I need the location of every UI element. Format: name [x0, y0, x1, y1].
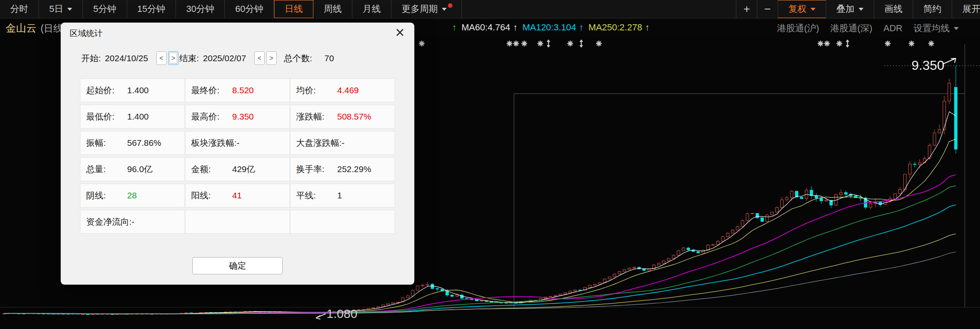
low-price-label: 1.080	[327, 307, 357, 320]
updown-marker-icon[interactable]	[547, 40, 550, 47]
event-marker-icon[interactable]	[419, 41, 425, 46]
toolbar-item-time-sharing[interactable]: 分时	[0, 0, 39, 18]
toolbar-item-zoom-in[interactable]: +	[736, 0, 757, 18]
ma-value: MA60:4.764↑	[461, 22, 518, 33]
toolbar-item-zoom-out[interactable]: −	[757, 0, 778, 18]
toolbar-item-period-monthly[interactable]: 月线	[352, 0, 391, 18]
event-marker-icon[interactable]	[885, 41, 891, 46]
stat-value: 1.400	[127, 112, 149, 121]
table-row: 最低价:1.400最高价:9.350涨跌幅:508.57%	[80, 105, 395, 129]
close-icon[interactable]: ×	[392, 23, 408, 42]
stat-cell	[290, 210, 395, 234]
event-marker-icon[interactable]	[928, 41, 934, 46]
period-toolbar-right: +−复权叠加画线简约展开	[736, 0, 980, 18]
stat-cell: 资金净流向:-	[80, 210, 185, 234]
toolbar-item-period-daily[interactable]: 日线	[274, 0, 313, 18]
caret-down-icon	[954, 27, 959, 30]
caret-down-icon	[859, 8, 863, 11]
stat-label: 最终价:	[191, 85, 232, 96]
event-marker-icon[interactable]	[507, 41, 512, 46]
toolbar-item-label: 复权	[788, 3, 806, 15]
stat-value: -	[342, 138, 345, 147]
toolbar-item-more-periods[interactable]: 更多周期	[391, 0, 462, 18]
stat-label: 总量:	[86, 163, 127, 175]
stat-cell: 起始价:1.400	[80, 78, 185, 102]
event-marker-icon[interactable]	[513, 41, 519, 46]
toolbar-item-period-weekly[interactable]: 周线	[313, 0, 352, 18]
header-link-label: 港股通(深)	[830, 22, 873, 35]
header-link-label: 设置均线	[914, 22, 950, 35]
toolbar-item-adjust-price[interactable]: 复权	[778, 0, 826, 18]
toolbar-item-label: 5日	[49, 3, 63, 15]
stat-label: 大盘涨跌幅:	[296, 137, 342, 149]
stat-cell: 最低价:1.400	[80, 105, 185, 129]
toolbar-item-expand[interactable]: 展开	[952, 0, 980, 18]
stat-label: 阳线:	[191, 190, 232, 201]
toolbar-item-period-15min[interactable]: 15分钟	[127, 0, 176, 18]
header-link-hk-connect-sh[interactable]: 港股通(沪)	[777, 22, 819, 35]
stat-value: -	[237, 138, 240, 147]
toolbar-item-period-30min[interactable]: 30分钟	[176, 0, 225, 18]
ma-up-arrow-icon: ↑	[452, 22, 457, 33]
region-selection-box	[514, 94, 965, 307]
event-marker-icon[interactable]	[537, 41, 543, 46]
header-link-adr[interactable]: ADR	[884, 23, 902, 34]
stat-cell	[185, 210, 290, 234]
stat-label: 金额:	[191, 163, 232, 175]
updown-marker-icon[interactable]	[846, 40, 849, 47]
updown-marker-icon[interactable]	[580, 40, 583, 47]
toolbar-item-overlay[interactable]: 叠加	[826, 0, 874, 18]
ma-up-arrow-icon: ↑	[513, 22, 518, 33]
end-next-button[interactable]: >	[266, 51, 276, 65]
toolbar-item-period-5min[interactable]: 5分钟	[83, 0, 127, 18]
event-marker-icon[interactable]	[596, 41, 602, 46]
stat-cell: 大盘涨跌幅:-	[290, 131, 395, 155]
toolbar-item-draw-line[interactable]: 画线	[874, 0, 913, 18]
stock-name: 金山云	[6, 22, 37, 34]
stat-value: 4.469	[337, 85, 359, 95]
start-next-button[interactable]: >	[168, 51, 178, 65]
start-prev-button[interactable]: <	[156, 51, 167, 65]
toolbar-item-label: 60分钟	[235, 3, 263, 15]
table-row: 起始价:1.400最终价:8.520均价:4.469	[80, 78, 395, 102]
ma-values: ↑MA60:4.764↑MA120:3.104↑MA250:2.278↑	[452, 22, 649, 33]
stat-cell: 均价:4.469	[290, 78, 395, 102]
stat-cell: 阳线:41	[185, 184, 290, 207]
toolbar-item-label: 5分钟	[93, 3, 116, 15]
event-marker-icon[interactable]	[824, 41, 830, 46]
event-marker-icon[interactable]	[818, 41, 823, 46]
toolbar-item-period-5day[interactable]: 5日	[39, 0, 83, 18]
header-link-hk-connect-sz[interactable]: 港股通(深)	[830, 22, 873, 35]
count-value: 70	[324, 53, 334, 63]
period-toolbar: 分时5日5分钟15分钟30分钟60分钟日线周线月线更多周期 +−复权叠加画线简约…	[0, 0, 980, 18]
header-link-label: ADR	[884, 23, 902, 34]
event-marker-icon[interactable]	[521, 41, 527, 46]
stat-cell: 板块涨跌幅:-	[185, 131, 290, 155]
stat-cell: 振幅:567.86%	[80, 131, 185, 155]
event-marker-icon[interactable]	[909, 41, 914, 46]
stat-label: 平线:	[296, 190, 337, 201]
ma-value-text: MA120:3.104	[523, 22, 576, 33]
stat-cell: 涨跌幅:508.57%	[290, 105, 395, 129]
header-link-ma-settings[interactable]: 设置均线	[914, 22, 959, 35]
ma-value: MA120:3.104↑	[523, 22, 584, 33]
toolbar-item-label: 展开	[962, 3, 980, 15]
stat-value: 252.29%	[337, 164, 371, 174]
stat-cell: 阴线:28	[80, 184, 185, 207]
end-prev-button[interactable]: <	[254, 51, 265, 65]
confirm-button[interactable]: 确定	[192, 257, 283, 274]
end-date-value: 2025/02/07	[203, 53, 246, 63]
stat-label: 振幅:	[86, 137, 127, 149]
toolbar-item-period-60min[interactable]: 60分钟	[225, 0, 274, 18]
red-dot-badge	[448, 3, 452, 8]
stat-value: 567.86%	[127, 138, 161, 147]
event-marker-icon[interactable]	[567, 41, 573, 46]
table-row: 总量:96.0亿金额:429亿换手率:252.29%	[80, 157, 395, 181]
toolbar-item-simple-mode[interactable]: 简约	[913, 0, 952, 18]
caret-down-icon	[67, 8, 72, 11]
stat-label: 均价:	[296, 85, 337, 96]
high-price-label: 9.350	[911, 58, 944, 73]
event-marker-icon[interactable]	[836, 41, 842, 46]
stat-label: 阴线:	[86, 190, 127, 201]
toolbar-item-label: −	[764, 3, 771, 16]
